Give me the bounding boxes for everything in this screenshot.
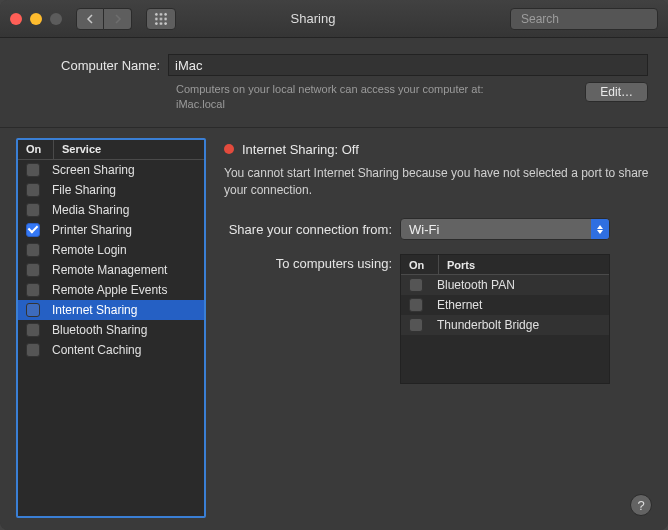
service-item[interactable]: Printer Sharing <box>18 220 204 240</box>
port-label: Bluetooth PAN <box>437 278 515 292</box>
service-item[interactable]: Media Sharing <box>18 200 204 220</box>
service-checkbox[interactable] <box>26 283 40 297</box>
port-checkbox[interactable] <box>409 318 423 332</box>
close-icon[interactable] <box>10 13 22 25</box>
computer-name-input[interactable] <box>168 54 648 76</box>
computer-name-hint: Computers on your local network can acce… <box>168 82 585 113</box>
service-item[interactable]: Remote Apple Events <box>18 280 204 300</box>
back-button[interactable] <box>76 8 104 30</box>
ports-table: On Ports Bluetooth PANEthernetThunderbol… <box>400 254 610 384</box>
service-checkbox[interactable] <box>26 183 40 197</box>
edit-button[interactable]: Edit… <box>585 82 648 102</box>
main-content: On Service Screen SharingFile SharingMed… <box>0 128 668 530</box>
search-field[interactable] <box>510 8 658 30</box>
search-input[interactable] <box>521 12 668 26</box>
ports-col-on[interactable]: On <box>401 255 439 274</box>
services-header: On Service <box>18 140 204 160</box>
share-from-value: Wi-Fi <box>409 222 439 237</box>
status-title: Internet Sharing: Off <box>242 142 359 157</box>
port-checkbox[interactable] <box>409 298 423 312</box>
ports-header: On Ports <box>401 255 609 275</box>
service-checkbox[interactable] <box>26 163 40 177</box>
chevron-up-down-icon <box>591 219 609 239</box>
port-label: Thunderbolt Bridge <box>437 318 539 332</box>
status-indicator-icon <box>224 144 234 154</box>
service-item[interactable]: Internet Sharing <box>18 300 204 320</box>
service-label: File Sharing <box>52 183 116 197</box>
service-label: Media Sharing <box>52 203 129 217</box>
port-row[interactable]: Bluetooth PAN <box>401 275 609 295</box>
service-item[interactable]: File Sharing <box>18 180 204 200</box>
help-button[interactable]: ? <box>630 494 652 516</box>
computer-name-label: Computer Name: <box>20 58 168 73</box>
port-label: Ethernet <box>437 298 482 312</box>
hint-line1: Computers on your local network can acce… <box>176 83 484 95</box>
titlebar: Sharing <box>0 0 668 38</box>
service-label: Internet Sharing <box>52 303 137 317</box>
service-label: Remote Apple Events <box>52 283 167 297</box>
service-item[interactable]: Bluetooth Sharing <box>18 320 204 340</box>
window-controls <box>10 13 62 25</box>
minimize-icon[interactable] <box>30 13 42 25</box>
share-from-label: Share your connection from: <box>224 222 400 237</box>
service-label: Remote Login <box>52 243 127 257</box>
service-label: Remote Management <box>52 263 167 277</box>
status-warning: You cannot start Internet Sharing becaus… <box>224 165 652 199</box>
service-checkbox[interactable] <box>26 303 40 317</box>
service-detail: Internet Sharing: Off You cannot start I… <box>224 138 652 518</box>
services-list: On Service Screen SharingFile SharingMed… <box>16 138 206 518</box>
service-label: Screen Sharing <box>52 163 135 177</box>
port-row[interactable]: Ethernet <box>401 295 609 315</box>
window-title: Sharing <box>124 11 502 26</box>
hint-line2: iMac.local <box>176 98 225 110</box>
service-label: Bluetooth Sharing <box>52 323 147 337</box>
service-item[interactable]: Screen Sharing <box>18 160 204 180</box>
service-item[interactable]: Remote Management <box>18 260 204 280</box>
service-checkbox[interactable] <box>26 263 40 277</box>
port-checkbox[interactable] <box>409 278 423 292</box>
service-checkbox[interactable] <box>26 343 40 357</box>
share-from-select[interactable]: Wi-Fi <box>400 218 610 240</box>
service-checkbox[interactable] <box>26 203 40 217</box>
zoom-icon[interactable] <box>50 13 62 25</box>
service-label: Printer Sharing <box>52 223 132 237</box>
service-label: Content Caching <box>52 343 141 357</box>
service-checkbox[interactable] <box>26 243 40 257</box>
port-row[interactable]: Thunderbolt Bridge <box>401 315 609 335</box>
service-item[interactable]: Content Caching <box>18 340 204 360</box>
ports-col-ports[interactable]: Ports <box>439 259 609 271</box>
col-on[interactable]: On <box>18 140 54 159</box>
to-computers-label: To computers using: <box>224 254 400 271</box>
service-item[interactable]: Remote Login <box>18 240 204 260</box>
computer-name-section: Computer Name: Computers on your local n… <box>0 38 668 128</box>
service-checkbox[interactable] <box>26 223 40 237</box>
service-checkbox[interactable] <box>26 323 40 337</box>
col-service[interactable]: Service <box>54 143 204 155</box>
